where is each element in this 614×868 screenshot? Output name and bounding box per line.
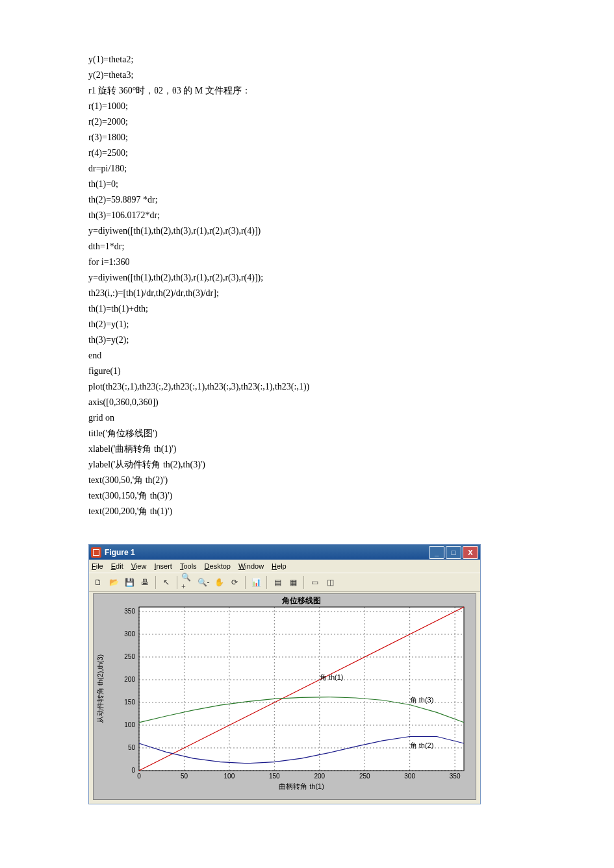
- code-line: for i=1:360: [88, 254, 309, 270]
- code-line: th(1)=th(1)+dth;: [88, 301, 309, 317]
- svg-text:150: 150: [124, 699, 135, 706]
- menu-window[interactable]: Window: [238, 562, 264, 570]
- code-line: ylabel('从动件转角 th(2),th(3)'): [88, 457, 309, 473]
- colorbar-icon[interactable]: ▤: [271, 576, 284, 589]
- svg-text:350: 350: [450, 773, 461, 780]
- figure-window: Figure 1 _ □ X FileEditViewInsertToolsDe…: [88, 544, 481, 804]
- svg-text:300: 300: [404, 773, 415, 780]
- code-line: grid on: [88, 410, 309, 426]
- menu-desktop[interactable]: Desktop: [205, 562, 231, 570]
- pan-icon[interactable]: ✋: [212, 576, 225, 589]
- code-line: xlabel('曲柄转角 th(1)'): [88, 441, 309, 457]
- chart-svg: 0501001502002503003500501001502002503003…: [94, 594, 476, 799]
- new-icon[interactable]: 🗋: [92, 576, 105, 589]
- code-line: th(2)=59.8897 *dr;: [88, 192, 309, 208]
- svg-text:0: 0: [137, 773, 141, 780]
- zoom-out-icon[interactable]: 🔍-: [197, 576, 210, 589]
- save-icon[interactable]: 💾: [123, 576, 136, 589]
- svg-text:100: 100: [124, 721, 135, 728]
- code-line: figure(1): [88, 364, 309, 379]
- svg-text:从动件转角 th(2),th(3): 从动件转角 th(2),th(3): [96, 654, 104, 723]
- code-line: th(3)=y(2);: [88, 332, 309, 348]
- code-line: end: [88, 348, 309, 364]
- toolbar: 🗋 📂 💾 🖶 ↖ 🔍+ 🔍- ✋ ⟳ 📊 ▤ ▦ ▭ ◫: [89, 573, 480, 592]
- code-line: y(2)=theta3;: [88, 68, 309, 83]
- matlab-icon: [91, 547, 101, 558]
- menu-insert[interactable]: Insert: [154, 562, 172, 570]
- code-line: dth=1*dr;: [88, 239, 309, 254]
- titlebar[interactable]: Figure 1 _ □ X: [89, 545, 480, 560]
- svg-text:150: 150: [269, 773, 280, 780]
- svg-text:250: 250: [124, 653, 135, 660]
- svg-text:200: 200: [314, 773, 325, 780]
- code-line: th(2)=y(1);: [88, 317, 309, 332]
- svg-text:100: 100: [224, 773, 235, 780]
- code-line: dr=pi/180;: [88, 161, 309, 177]
- svg-text:300: 300: [124, 630, 135, 638]
- layout2-icon[interactable]: ◫: [324, 576, 337, 589]
- svg-text:0: 0: [131, 767, 135, 774]
- svg-text:350: 350: [124, 608, 135, 615]
- code-line: th(1)=0;: [88, 177, 309, 192]
- svg-text:角 th(2): 角 th(2): [410, 741, 434, 749]
- maximize-button[interactable]: □: [446, 546, 461, 559]
- code-line: r1 旋转 360°时，θ2，θ3 的 M 文件程序：: [88, 83, 309, 99]
- svg-text:50: 50: [181, 773, 188, 780]
- code-line: plot(th23(:,1),th23(:,2),th23(:,1),th23(…: [88, 379, 309, 395]
- code-line: r(1)=1000;: [88, 99, 309, 114]
- code-line: axis([0,360,0,360]): [88, 395, 309, 410]
- close-button[interactable]: X: [463, 546, 478, 559]
- code-line: title('角位移线图'): [88, 426, 309, 441]
- print-icon[interactable]: 🖶: [138, 576, 151, 589]
- code-line: text(300,50,'角 th(2)'): [88, 473, 309, 488]
- zoom-in-icon[interactable]: 🔍+: [181, 576, 194, 589]
- svg-text:50: 50: [128, 744, 136, 751]
- code-line: y(1)=theta2;: [88, 52, 309, 68]
- code-line: th23(i,:)=[th(1)/dr,th(2)/dr,th(3)/dr];: [88, 286, 309, 301]
- window-title: Figure 1: [105, 548, 135, 557]
- plot-canvas: 0501001502002503003500501001502002503003…: [93, 593, 476, 800]
- svg-text:200: 200: [124, 676, 135, 683]
- page: y(1)=theta2;y(2)=theta3;r1 旋转 360°时，θ2，θ…: [0, 0, 614, 868]
- code-listing: y(1)=theta2;y(2)=theta3;r1 旋转 360°时，θ2，θ…: [88, 52, 309, 519]
- menu-tools[interactable]: Tools: [180, 562, 197, 570]
- code-line: text(300,150,'角 th(3)'): [88, 488, 309, 504]
- menu-edit[interactable]: Edit: [111, 562, 123, 570]
- minimize-button[interactable]: _: [429, 546, 444, 559]
- code-line: y=diyiwen([th(1),th(2),th(3),r(1),r(2),r…: [88, 223, 309, 239]
- svg-text:250: 250: [359, 773, 370, 780]
- pointer-icon[interactable]: ↖: [160, 576, 173, 589]
- menu-help[interactable]: Help: [272, 562, 287, 570]
- svg-text:角位移线图: 角位移线图: [281, 596, 321, 605]
- legend-icon[interactable]: ▦: [287, 576, 300, 589]
- code-line: th(3)=106.0172*dr;: [88, 208, 309, 223]
- layout1-icon[interactable]: ▭: [308, 576, 321, 589]
- code-line: y=diyiwen([th(1),th(2),th(3),r(1),r(2),r…: [88, 270, 309, 286]
- menu-view[interactable]: View: [131, 562, 147, 570]
- menubar: FileEditViewInsertToolsDesktopWindowHelp: [89, 560, 480, 573]
- datacursor-icon[interactable]: 📊: [249, 576, 262, 589]
- rotate-icon[interactable]: ⟳: [228, 576, 241, 589]
- code-line: r(3)=1800;: [88, 130, 309, 145]
- svg-text:曲柄转角 th(1): 曲柄转角 th(1): [279, 782, 324, 790]
- svg-text:角 th(3): 角 th(3): [410, 696, 434, 704]
- open-icon[interactable]: 📂: [107, 576, 120, 589]
- menu-file[interactable]: File: [92, 562, 103, 570]
- code-line: r(2)=2000;: [88, 114, 309, 130]
- code-line: text(200,200,'角 th(1)'): [88, 504, 309, 519]
- code-line: r(4)=2500;: [88, 145, 309, 161]
- svg-text:角 th(1): 角 th(1): [320, 673, 344, 681]
